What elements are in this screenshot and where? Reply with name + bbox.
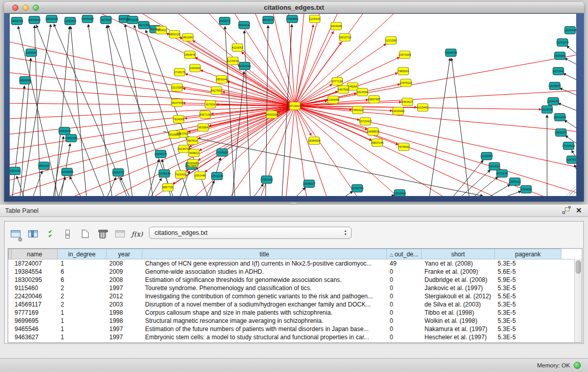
column-header-title[interactable]: title: [142, 249, 387, 259]
network-node-label: 11125448: [564, 29, 576, 32]
table-cell: 1997: [106, 333, 142, 341]
table-row[interactable]: 2242004622012Investigating the contribut…: [9, 292, 574, 300]
delete-table-button[interactable]: [112, 226, 127, 242]
table-cell: 6: [58, 276, 106, 284]
column-header-name[interactable]: name: [12, 249, 58, 259]
column-header-in-degree[interactable]: in_degree: [58, 249, 106, 259]
vertical-scrollbar[interactable]: [574, 259, 582, 342]
column-header-pagerank[interactable]: pagerank: [495, 249, 561, 259]
network-node-label: 10654112: [509, 180, 521, 183]
new-table-button[interactable]: [77, 226, 93, 242]
network-node-label: 1527602: [100, 18, 112, 21]
table-row[interactable]: 946362711997Embryonic stem cells: a mode…: [9, 333, 574, 341]
scrollbar-thumb[interactable]: [576, 260, 581, 274]
table-row[interactable]: 911546021997Tourette syndrome. Phenomeno…: [9, 284, 574, 292]
table-row[interactable]: 946554611997Estimation of the future num…: [9, 325, 574, 333]
network-node-label: 1275416: [227, 59, 238, 62]
disabled-table-icon: [115, 230, 125, 237]
close-panel-icon[interactable]: ✕: [576, 206, 582, 214]
network-node-label: 21215957: [481, 155, 493, 158]
network-node-label: 10973493: [399, 53, 411, 56]
network-node-label: 12145194: [158, 172, 171, 175]
select-all-rows-button[interactable]: ✔✔: [42, 226, 58, 242]
table-cell: 2003: [106, 300, 142, 309]
table-row[interactable]: 1456911722003Disruption of a novel membe…: [9, 300, 574, 309]
show-columns-button[interactable]: [25, 226, 40, 242]
network-node-label: 15720407: [359, 120, 372, 123]
table-row[interactable]: 977716911998Corpus callosum shape and si…: [9, 309, 574, 317]
float-panel-icon[interactable]: [562, 207, 570, 214]
table-panel-content: ⚙ ✔✔ ƒ(x) citations_edges.txt ▲▼: [4, 221, 584, 344]
table-cell: Tourette syndrome. Phenomenology and cla…: [142, 284, 387, 292]
table-cell: [561, 276, 574, 284]
network-edge-black: [429, 58, 450, 196]
network-node-label: 13156869: [61, 170, 74, 173]
network-node-label: 7632621: [489, 165, 500, 168]
network-node-label: 3624554: [357, 91, 368, 94]
table-cell: 5.3E-5: [495, 317, 561, 325]
table-cell: 0: [387, 333, 422, 341]
network-node-label: 7975692: [398, 145, 409, 148]
delete-button[interactable]: [95, 226, 110, 242]
table-row[interactable]: 969969511998Structural magnetic resonanc…: [9, 317, 574, 325]
network-node-label: 20533813: [28, 18, 41, 21]
table-selector-dropdown[interactable]: citations_edges.txt ▲▼: [149, 227, 352, 239]
memory-status-indicator[interactable]: [574, 362, 581, 369]
network-node-label: 9115460: [417, 106, 428, 109]
network-node-label: 8215935: [541, 108, 553, 111]
table-panel: Table Panel ✕ ⚙ ✔✔ ƒ(x) citations_edges.…: [0, 205, 588, 358]
network-edge-red: [295, 57, 399, 106]
network-node-label: 8813074: [263, 18, 274, 21]
table-cell: 22420046: [12, 292, 58, 300]
table-cell: 0: [387, 325, 422, 333]
network-edge-red: [10, 106, 295, 165]
table-cell: Changes of HCN gene expression and I(f) …: [142, 259, 387, 268]
network-node-label: 10958107: [303, 182, 316, 185]
network-node-label: 12923448: [394, 192, 406, 195]
window-titlebar[interactable]: citations_edges.txt: [4, 2, 584, 13]
network-edge-black: [504, 191, 521, 196]
network-edge-black: [343, 191, 353, 196]
network-edge-black: [560, 88, 577, 96]
network-node-label: 21364486: [327, 98, 340, 101]
table-settings-button[interactable]: ⚙: [8, 226, 23, 242]
table-cell: Genome-wide association studies in ADHD.: [142, 268, 387, 276]
rows-icon: [66, 230, 70, 238]
table-cell: [561, 259, 574, 268]
table-row[interactable]: 1938455462009Genome-wide association stu…: [9, 268, 574, 276]
table-cell: 1998: [106, 317, 142, 325]
column-header-out-degree[interactable]: △out_de...: [387, 249, 422, 259]
network-edge-black: [452, 160, 483, 196]
table-cell: 9699695: [12, 317, 58, 325]
column-header-year[interactable]: year: [106, 249, 142, 259]
table-cell: 18724007: [12, 259, 58, 268]
fx-icon: ƒ(x): [132, 230, 143, 238]
table-cell: [561, 268, 574, 276]
network-node-label: 20691406: [46, 17, 58, 20]
zoom-window-button[interactable]: [33, 5, 39, 11]
network-node-label: 7624065: [173, 118, 184, 121]
table-cell: Wolkin et al. (1998): [422, 317, 495, 325]
table-cell: 5.5E-5: [495, 292, 561, 300]
sort-ascending-icon: △: [389, 252, 393, 257]
header-spacer: [561, 249, 574, 259]
column-header-short[interactable]: short: [422, 249, 495, 259]
table-cell: 2: [58, 292, 106, 300]
network-node-label: 19384554: [308, 139, 321, 142]
table-cell: 0: [387, 284, 422, 292]
checkmarks-icon: ✔✔: [48, 230, 52, 238]
status-bar: Memory: OK: [0, 358, 588, 372]
table-cell: Tibbo et al. (1998): [422, 309, 495, 317]
network-canvas[interactable]: 1405572420533813206914061105381310653287…: [9, 13, 577, 196]
minimize-window-button[interactable]: [23, 5, 29, 11]
table-row[interactable]: 1872400712008Changes of HCN gene express…: [9, 259, 574, 268]
network-edge-black: [121, 178, 130, 196]
table-row[interactable]: 1830029562008Estimation of significance …: [9, 276, 574, 284]
row-height-button[interactable]: [60, 226, 75, 242]
table-cell: 6: [58, 268, 106, 276]
function-builder-button[interactable]: ƒ(x): [129, 226, 145, 242]
network-node-label: 17016504: [562, 144, 575, 147]
table-cell: 5.6E-5: [495, 268, 561, 276]
network-node-label: 9857791: [162, 186, 173, 189]
close-window-button[interactable]: [12, 5, 18, 11]
